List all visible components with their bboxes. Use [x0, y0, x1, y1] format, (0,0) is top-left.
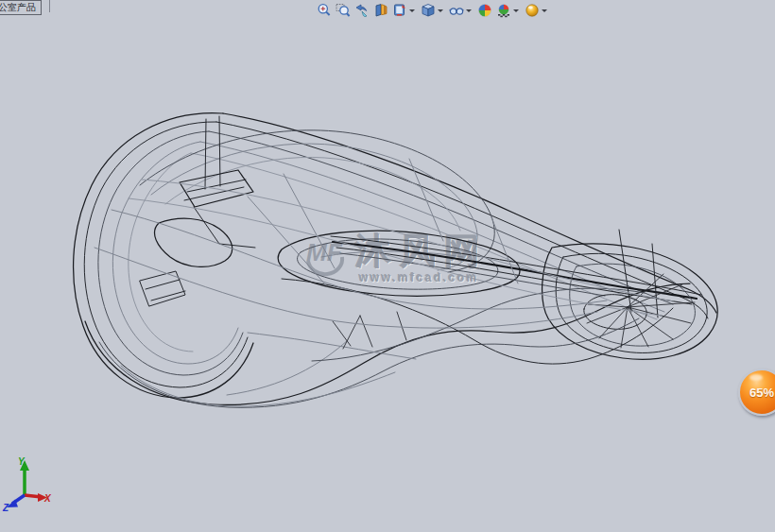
- hide-show-items-button[interactable]: [447, 1, 465, 19]
- beach-ball-icon: [477, 3, 492, 18]
- previous-view-button[interactable]: [353, 1, 370, 19]
- graphics-viewport[interactable]: MF 沐风网 www.mfcad.com 公室产品: [0, 0, 775, 532]
- apply-scene-dropdown-arrow-icon[interactable]: [513, 9, 519, 12]
- x-axis-label: X: [43, 493, 52, 504]
- display-style-dropdown-arrow-icon[interactable]: [438, 9, 443, 12]
- scene-ball-icon: [496, 3, 511, 18]
- section-view-button[interactable]: [371, 1, 389, 19]
- heads-up-view-toolbar: [315, 1, 550, 19]
- view-orientation-icon: [392, 3, 407, 18]
- section-view-icon: [373, 3, 388, 18]
- view-orientation-dropdown-arrow-icon[interactable]: [409, 9, 415, 12]
- apply-scene-button[interactable]: [494, 1, 512, 19]
- display-style-cube-icon: [421, 3, 436, 18]
- hide-show-items-dropdown-arrow-icon[interactable]: [466, 9, 472, 12]
- document-tab-label: 公室产品: [0, 1, 36, 14]
- zoom-to-fit-button[interactable]: [315, 1, 333, 19]
- document-tab[interactable]: 公室产品: [0, 0, 42, 15]
- zoom-to-fit-icon: [317, 3, 332, 18]
- z-axis-label: Z: [2, 503, 9, 512]
- edit-appearance-button[interactable]: [475, 1, 493, 19]
- saddle-wireframe-model[interactable]: [0, 0, 775, 532]
- orientation-triad: Y X Z: [2, 455, 55, 512]
- previous-view-icon: [354, 3, 370, 18]
- zoom-to-area-icon: [336, 3, 351, 18]
- gold-sphere-icon: [525, 3, 540, 18]
- display-style-button[interactable]: [419, 1, 437, 19]
- progress-badge-value: 65%: [749, 386, 774, 400]
- eyeglasses-icon: [449, 3, 464, 18]
- view-settings-button[interactable]: [523, 1, 541, 19]
- tab-divider: [49, 0, 50, 12]
- zoom-to-area-button[interactable]: [334, 1, 352, 19]
- view-settings-dropdown-arrow-icon[interactable]: [542, 9, 547, 12]
- view-orientation-button[interactable]: [390, 1, 408, 19]
- wireframe-lines: [74, 113, 718, 408]
